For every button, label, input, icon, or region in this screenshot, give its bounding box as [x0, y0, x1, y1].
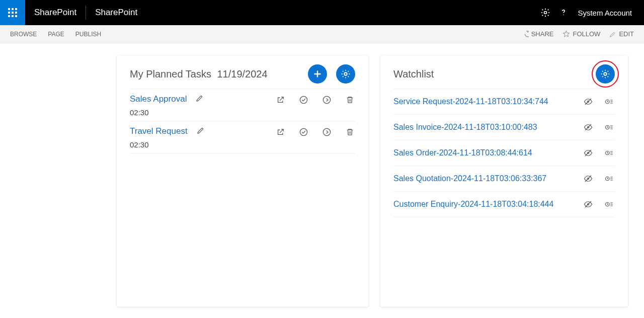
help-icon [559, 8, 568, 17]
gear-icon [540, 8, 550, 18]
svg-rect-7 [12, 15, 14, 17]
watchlist-row: Sales Quotation-2024-11-18T03:06:33:367 [393, 166, 615, 191]
ribbon-tab-browse[interactable]: BROWSE [10, 31, 37, 38]
delete-button[interactable] [344, 126, 355, 137]
delete-button[interactable] [344, 94, 355, 105]
watchlist-row-actions [583, 96, 615, 107]
next-button[interactable] [321, 94, 332, 105]
add-task-button[interactable] [308, 64, 327, 84]
brand-secondary[interactable]: SharePoint [86, 8, 146, 18]
ribbon-tabs: BROWSE PAGE PUBLISH [10, 31, 101, 38]
trash-icon [346, 96, 354, 104]
suite-bar-right: System Account [536, 0, 644, 25]
next-button[interactable] [321, 126, 332, 137]
follow-button[interactable]: FOLLOW [562, 30, 600, 38]
help-button[interactable] [554, 0, 573, 25]
share-label: SHARE [531, 30, 554, 38]
suite-bar: SharePoint SharePoint System Account [0, 0, 644, 25]
task-time: 02:30 [130, 140, 230, 149]
task-row: Sales Approval 02:30 [130, 89, 355, 121]
share-button[interactable]: SHARE [521, 30, 554, 38]
eye-off-icon [584, 200, 593, 209]
eye-off-icon [584, 123, 593, 132]
complete-button[interactable] [298, 94, 309, 105]
watchlist-title: Watchlist [393, 68, 434, 80]
task-actions [275, 94, 355, 105]
task-link[interactable]: Travel Request [130, 126, 188, 136]
follow-label: FOLLOW [573, 30, 600, 38]
brand-primary[interactable]: SharePoint [25, 8, 86, 18]
svg-point-14 [300, 128, 307, 135]
check-circle-icon [299, 95, 308, 105]
brand-container: SharePoint SharePoint [25, 0, 146, 25]
plus-icon [312, 68, 323, 80]
svg-rect-8 [15, 15, 17, 17]
watchlist-link[interactable]: Sales Quotation-2024-11-18T03:06:33:367 [393, 174, 546, 183]
arrow-circle-icon [322, 127, 332, 137]
task-edit-button[interactable] [197, 126, 205, 136]
watchlist-link[interactable]: Service Request-2024-11-18T03:10:34:744 [393, 97, 548, 106]
open-external-button[interactable] [275, 126, 286, 137]
status-button[interactable] [604, 147, 615, 158]
list-clock-icon [605, 200, 614, 209]
list-clock-icon [605, 123, 614, 132]
check-circle-icon [299, 127, 308, 137]
svg-rect-2 [15, 8, 17, 10]
eye-off-icon [584, 148, 593, 157]
edit-label: EDIT [619, 30, 634, 38]
external-link-icon [276, 96, 285, 104]
watchlist-link[interactable]: Sales Invoice-2024-11-18T03:10:00:483 [393, 123, 537, 132]
task-time: 02:30 [130, 108, 230, 117]
unwatch-button[interactable] [583, 199, 594, 210]
svg-rect-4 [12, 12, 14, 14]
open-external-button[interactable] [275, 94, 286, 105]
pencil-icon [609, 31, 616, 38]
task-main: Travel Request 02:30 [130, 126, 230, 149]
status-button[interactable] [604, 173, 615, 184]
unwatch-button[interactable] [583, 122, 594, 133]
watchlist-row-actions [583, 147, 615, 158]
svg-point-12 [300, 96, 307, 103]
status-button[interactable] [604, 199, 615, 210]
ribbon-tab-page[interactable]: PAGE [48, 31, 64, 38]
watchlist-card-header: Watchlist [393, 64, 615, 84]
watchlist-link[interactable]: Customer Enquiry-2024-11-18T03:04:18:444 [393, 200, 553, 209]
page-body: My Planned Tasks 11/19/2024 Sales Approv… [0, 43, 644, 307]
app-launcher-button[interactable] [0, 0, 25, 25]
status-button[interactable] [604, 96, 615, 107]
svg-rect-3 [8, 12, 10, 14]
watchlist-row-actions [583, 122, 615, 133]
eye-off-icon [584, 97, 593, 106]
svg-point-13 [323, 96, 330, 103]
watchlist-row: Customer Enquiry-2024-11-18T03:04:18:444 [393, 191, 615, 217]
tasks-card-title: My Planned Tasks 11/19/2024 [130, 68, 268, 80]
external-link-icon [276, 128, 285, 136]
task-edit-button[interactable] [196, 94, 204, 104]
task-main: Sales Approval 02:30 [130, 94, 230, 117]
share-icon [521, 30, 529, 38]
settings-button[interactable] [536, 0, 554, 25]
watchlist-settings-button[interactable] [596, 64, 615, 84]
eye-off-icon [584, 174, 593, 183]
task-link[interactable]: Sales Approval [130, 94, 187, 104]
svg-rect-5 [15, 12, 17, 14]
watchlist-link[interactable]: Sales Order-2024-11-18T03:08:44:614 [393, 148, 532, 157]
svg-rect-1 [12, 8, 14, 10]
tasks-settings-button[interactable] [336, 64, 355, 84]
tasks-card-header: My Planned Tasks 11/19/2024 [130, 64, 355, 84]
watchlist-row-actions [583, 173, 615, 184]
status-button[interactable] [604, 122, 615, 133]
svg-point-11 [344, 72, 347, 75]
unwatch-button[interactable] [583, 173, 594, 184]
waffle-icon [8, 8, 17, 17]
edit-button[interactable]: EDIT [609, 30, 634, 38]
pencil-icon [197, 126, 205, 134]
pencil-icon [196, 94, 204, 102]
unwatch-button[interactable] [583, 147, 594, 158]
ribbon-tab-publish[interactable]: PUBLISH [75, 31, 101, 38]
gear-icon [600, 68, 611, 80]
unwatch-button[interactable] [583, 96, 594, 107]
complete-button[interactable] [298, 126, 309, 137]
ribbon: BROWSE PAGE PUBLISH SHARE FOLLOW EDIT [0, 25, 644, 43]
account-name[interactable]: System Account [573, 9, 640, 17]
